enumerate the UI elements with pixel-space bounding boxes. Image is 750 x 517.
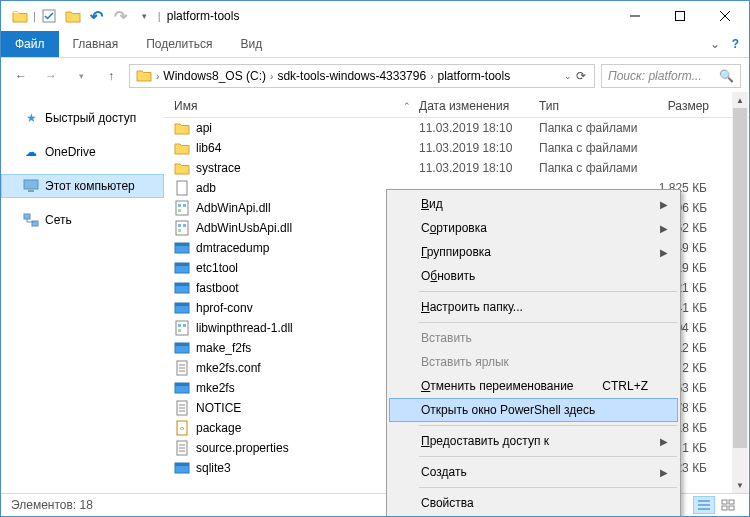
- exe-icon: [174, 260, 190, 276]
- file-name: etc1tool: [196, 261, 238, 275]
- back-button[interactable]: ←: [9, 64, 33, 88]
- sidebar-item-quick-access[interactable]: ★ Быстрый доступ: [1, 106, 164, 130]
- ctx-open-powershell[interactable]: Открыть окно PowerShell здесь: [389, 398, 678, 422]
- svg-rect-17: [178, 229, 181, 232]
- svg-rect-23: [175, 283, 189, 286]
- folder-icon[interactable]: [62, 5, 84, 27]
- file-row[interactable]: lib6411.03.2019 18:10Папка с файлами: [164, 138, 749, 158]
- tab-file[interactable]: Файл: [1, 31, 59, 57]
- file-date: 11.03.2019 18:10: [419, 161, 539, 175]
- prop-icon: [174, 440, 190, 456]
- file-name: systrace: [196, 161, 241, 175]
- dropdown-icon[interactable]: ⌄: [564, 71, 572, 81]
- undo-icon[interactable]: ↶: [86, 5, 108, 27]
- ctx-grant-access[interactable]: Предоставить доступ к▶: [389, 429, 678, 453]
- recent-dropdown[interactable]: ▾: [69, 64, 93, 88]
- ctx-sort[interactable]: Сортировка▶: [389, 216, 678, 240]
- folder-icon[interactable]: [9, 5, 31, 27]
- sort-asc-icon: ⌃: [403, 101, 411, 111]
- breadcrumb-segment[interactable]: sdk-tools-windows-4333796: [273, 65, 430, 87]
- close-button[interactable]: [702, 2, 747, 30]
- file-name: AdbWinApi.dll: [196, 201, 271, 215]
- breadcrumb-segment[interactable]: platform-tools: [433, 65, 514, 87]
- sidebar-item-onedrive[interactable]: ☁ OneDrive: [1, 140, 164, 164]
- svg-text:‹›: ‹›: [180, 425, 185, 432]
- details-view-button[interactable]: [693, 496, 715, 514]
- forward-button: →: [39, 64, 63, 88]
- svg-rect-27: [178, 324, 181, 327]
- breadcrumb[interactable]: › Windows8_OS (C:) › sdk-tools-windows-4…: [129, 64, 595, 88]
- scroll-up-button[interactable]: ▲: [732, 92, 748, 108]
- icons-view-button[interactable]: [717, 496, 739, 514]
- minimize-button[interactable]: [612, 2, 657, 30]
- ctx-customize[interactable]: Настроить папку...: [389, 295, 678, 319]
- svg-rect-14: [176, 221, 188, 235]
- sidebar-item-label: Сеть: [45, 213, 72, 227]
- search-input[interactable]: Поиск: platform... 🔍: [601, 64, 741, 88]
- sidebar-item-this-pc[interactable]: Этот компьютер: [1, 174, 164, 198]
- ctx-undo-rename[interactable]: Отменить переименованиеCTRL+Z: [389, 374, 678, 398]
- ctx-view[interactable]: Вид▶: [389, 192, 678, 216]
- file-name: NOTICE: [196, 401, 241, 415]
- svg-rect-28: [183, 324, 186, 327]
- column-header-type[interactable]: Тип: [539, 99, 649, 113]
- file-row[interactable]: api11.03.2019 18:10Папка с файлами: [164, 118, 749, 138]
- exe-icon: [174, 280, 190, 296]
- svg-rect-12: [183, 204, 186, 207]
- exe-icon: [174, 380, 190, 396]
- ctx-group[interactable]: Группировка▶: [389, 240, 678, 264]
- ctx-paste-shortcut: Вставить ярлык: [389, 350, 678, 374]
- breadcrumb-segment[interactable]: Windows8_OS (C:): [159, 65, 270, 87]
- chevron-right-icon: ▶: [660, 436, 668, 447]
- file-name: api: [196, 121, 212, 135]
- file-name: adb: [196, 181, 216, 195]
- ribbon-expand-icon[interactable]: ⌄: [710, 37, 720, 51]
- sidebar-item-network[interactable]: Сеть: [1, 208, 164, 232]
- vertical-scrollbar[interactable]: ▲ ▼: [732, 92, 748, 493]
- ctx-refresh[interactable]: Обновить: [389, 264, 678, 288]
- scroll-thumb[interactable]: [733, 108, 747, 448]
- help-icon[interactable]: ?: [732, 37, 739, 51]
- svg-rect-49: [175, 463, 189, 466]
- file-name: libwinpthread-1.dll: [196, 321, 293, 335]
- svg-rect-54: [729, 500, 734, 504]
- dll-icon: [174, 220, 190, 236]
- svg-rect-19: [175, 243, 189, 246]
- network-icon: [23, 212, 39, 228]
- tab-home[interactable]: Главная: [59, 31, 133, 57]
- svg-rect-56: [729, 506, 734, 510]
- redo-icon: ↷: [110, 5, 132, 27]
- scroll-down-button[interactable]: ▼: [732, 477, 748, 493]
- search-icon[interactable]: 🔍: [719, 69, 734, 83]
- up-button[interactable]: ↑: [99, 64, 123, 88]
- file-name: package: [196, 421, 241, 435]
- separator: [419, 487, 677, 488]
- column-header-size[interactable]: Размер: [649, 99, 721, 113]
- svg-rect-31: [175, 343, 189, 346]
- file-name: source.properties: [196, 441, 289, 455]
- ctx-properties[interactable]: Свойства: [389, 491, 678, 515]
- folder-icon: [174, 160, 190, 176]
- window-controls: [612, 2, 747, 30]
- maximize-button[interactable]: [657, 2, 702, 30]
- tab-share[interactable]: Поделиться: [132, 31, 226, 57]
- titlebar: | ↶ ↷ ▾ | platform-tools: [1, 1, 749, 31]
- file-name: fastboot: [196, 281, 239, 295]
- file-row[interactable]: systrace11.03.2019 18:10Папка с файлами: [164, 158, 749, 178]
- column-header-name[interactable]: Имя⌃: [164, 99, 419, 113]
- column-headers: Имя⌃ Дата изменения Тип Размер: [164, 94, 749, 118]
- separator: [419, 322, 677, 323]
- quick-access-toolbar: | ↶ ↷ ▾ |: [3, 5, 161, 27]
- star-icon: ★: [23, 110, 39, 126]
- tab-view[interactable]: Вид: [226, 31, 276, 57]
- refresh-icon[interactable]: ⟳: [576, 69, 586, 83]
- qat-dropdown-icon[interactable]: ▾: [134, 5, 156, 27]
- sidebar-item-label: OneDrive: [45, 145, 96, 159]
- search-placeholder: Поиск: platform...: [608, 69, 702, 83]
- window-title: platform-tools: [167, 9, 240, 23]
- file-type: Папка с файлами: [539, 121, 649, 135]
- checkbox-icon[interactable]: [38, 5, 60, 27]
- column-header-date[interactable]: Дата изменения: [419, 99, 539, 113]
- ctx-create[interactable]: Создать▶: [389, 460, 678, 484]
- file-name: sqlite3: [196, 461, 231, 475]
